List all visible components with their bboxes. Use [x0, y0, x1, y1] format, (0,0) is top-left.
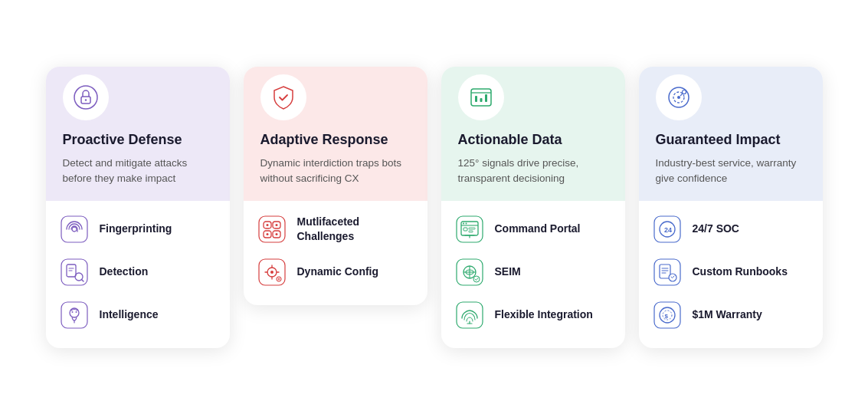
card-4-title: Guaranteed Impact [656, 131, 781, 149]
item-seim: SEIM [455, 258, 611, 287]
svg-rect-3 [61, 216, 87, 242]
soc-icon: 24 [653, 215, 682, 244]
svg-rect-38 [480, 98, 482, 102]
svg-point-4 [72, 227, 77, 232]
svg-point-18 [266, 224, 268, 226]
svg-rect-55 [457, 302, 483, 328]
seim-icon [455, 258, 484, 287]
runbooks-icon [653, 258, 682, 287]
card-1-title: Proactive Defense [63, 131, 182, 149]
detection-icon [60, 258, 89, 287]
svg-point-2 [84, 99, 86, 100]
svg-point-20 [275, 224, 277, 226]
svg-rect-47 [469, 231, 473, 232]
item-intelligence-label: Intelligence [100, 307, 159, 321]
item-flexible-integration: Flexible Integration [455, 301, 611, 330]
card-4-items: 24 24/7 SOC Custom [639, 207, 823, 330]
item-flexible-integration-label: Flexible Integration [495, 307, 593, 321]
item-warranty-label: $1M Warranty [693, 307, 762, 321]
card-2-icon-circle [260, 74, 306, 120]
lock-icon [74, 85, 98, 110]
svg-point-61 [682, 90, 686, 94]
item-detection: Detection [60, 258, 216, 287]
card-3-items: Command Portal SEIM [441, 207, 625, 330]
card-2-title: Adaptive Response [260, 131, 388, 149]
item-detection-label: Detection [100, 264, 149, 278]
svg-point-24 [275, 233, 277, 235]
card-3-icon-circle [458, 74, 504, 120]
dashboard-icon [469, 85, 493, 110]
card-1-desc: Detect and mitigate attacks before they … [63, 156, 213, 187]
svg-line-10 [81, 279, 84, 281]
svg-rect-66 [654, 259, 680, 285]
item-multifaceted-label: Mutlifaceted Challenges [297, 215, 414, 242]
svg-text:$: $ [664, 313, 668, 320]
svg-point-27 [270, 271, 274, 274]
item-runbooks-label: Custom Runbooks [693, 264, 788, 278]
item-seim-label: SEIM [495, 264, 521, 278]
svg-point-0 [74, 86, 97, 109]
item-command-portal-label: Command Portal [495, 222, 581, 235]
svg-point-14 [71, 311, 73, 313]
svg-rect-46 [469, 228, 475, 229]
svg-point-60 [677, 96, 680, 99]
card-1-items: Fingerprinting Detection [46, 207, 230, 330]
warranty-icon: $ [653, 301, 682, 330]
svg-point-44 [465, 222, 467, 224]
card-actionable-data: Actionable Data 125° signals drive preci… [441, 67, 625, 348]
svg-text:24: 24 [664, 226, 672, 234]
analytics-icon [667, 85, 691, 110]
item-command-portal: Command Portal [455, 215, 611, 244]
item-fingerprinting: Fingerprinting [60, 215, 216, 244]
item-soc: 24 24/7 SOC [653, 215, 809, 244]
card-2-desc: Dynamic interdiction traps bots without … [260, 156, 411, 187]
cards-container: Proactive Defense Detect and mitigate at… [15, 67, 853, 348]
item-soc-label: 24/7 SOC [693, 222, 739, 235]
card-4-desc: Industry-best service, warranty give con… [656, 156, 806, 187]
card-2-header: Adaptive Response Dynamic interdiction t… [244, 67, 427, 201]
item-dynamic-config: Dynamic Config [257, 258, 414, 287]
svg-rect-39 [485, 94, 487, 102]
card-adaptive-response: Adaptive Response Dynamic interdiction t… [244, 67, 427, 305]
svg-rect-45 [463, 228, 467, 231]
item-warranty: $ $1M Warranty [653, 301, 809, 330]
challenges-icon [257, 215, 287, 244]
svg-rect-11 [61, 302, 87, 328]
card-1-header: Proactive Defense Detect and mitigate at… [46, 67, 230, 201]
svg-rect-16 [259, 216, 285, 242]
card-3-title: Actionable Data [458, 131, 562, 149]
shield-check-icon [271, 85, 296, 110]
integration-icon [455, 301, 484, 330]
card-4-header: Guaranteed Impact Industry-best service,… [639, 67, 823, 201]
item-fingerprinting-label: Fingerprinting [100, 222, 172, 235]
item-intelligence: Intelligence [60, 301, 216, 330]
config-icon [257, 258, 287, 287]
fingerprint-icon [60, 215, 89, 244]
item-runbooks: Custom Runbooks [653, 258, 809, 287]
card-3-desc: 125° signals drive precise, transparent … [458, 156, 608, 187]
svg-line-62 [680, 94, 683, 96]
svg-rect-37 [475, 96, 477, 102]
card-2-items: Mutlifaceted Challenges [244, 207, 427, 287]
intelligence-icon [60, 301, 89, 330]
svg-point-43 [463, 222, 464, 224]
card-4-icon-circle [656, 74, 702, 120]
portal-icon [455, 215, 484, 244]
card-3-header: Actionable Data 125° signals drive preci… [441, 67, 625, 201]
item-multifaceted: Mutlifaceted Challenges [257, 215, 414, 244]
svg-rect-35 [471, 89, 491, 106]
item-dynamic-config-label: Dynamic Config [297, 264, 379, 278]
card-1-icon-circle [63, 74, 109, 120]
svg-point-15 [75, 311, 77, 313]
card-guaranteed-impact: Guaranteed Impact Industry-best service,… [639, 67, 823, 348]
svg-point-54 [473, 276, 480, 282]
card-proactive-defense: Proactive Defense Detect and mitigate at… [46, 67, 230, 348]
svg-point-22 [266, 233, 268, 235]
